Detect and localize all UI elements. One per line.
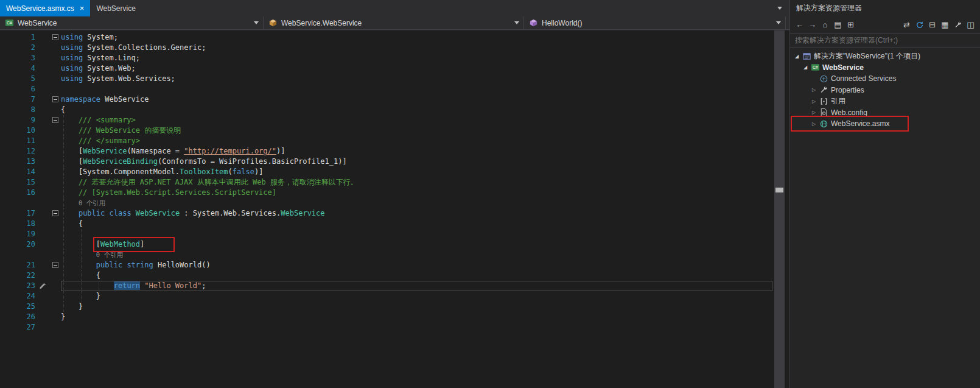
code-text[interactable]: namespace WebService — [61, 94, 772, 105]
tab-webservice-asmx-cs[interactable]: WebService.asmx.cs × — [0, 0, 90, 16]
fold-marker[interactable] — [52, 262, 58, 268]
gutter-margin[interactable] — [35, 312, 51, 322]
switch-views-icon[interactable]: ▤ — [831, 19, 844, 31]
gutter-margin[interactable] — [35, 239, 51, 250]
code-text[interactable]: [WebMethod] — [61, 239, 772, 250]
code-text[interactable]: 0 个引用 — [61, 198, 772, 208]
code-text[interactable]: /// <summary> — [61, 115, 772, 125]
gutter-margin[interactable] — [35, 94, 51, 105]
code-text[interactable]: // 若要允许使用 ASP.NET AJAX 从脚本中调用此 Web 服务，请取… — [61, 177, 772, 188]
codelens-references[interactable]: 0 个引用 — [79, 199, 105, 206]
project-dropdown[interactable]: C# WebService — [0, 16, 264, 29]
code-text[interactable]: [System.ComponentModel.ToolboxItem(false… — [61, 167, 772, 177]
code-text[interactable]: // [System.Web.Script.Services.ScriptSer… — [61, 188, 772, 198]
code-text[interactable]: [WebServiceBinding(ConformsTo = WsiProfi… — [61, 157, 772, 167]
code-text[interactable]: } — [61, 291, 772, 302]
gutter-margin[interactable] — [35, 115, 51, 125]
tree-item-properties[interactable]: ▷Properties — [790, 85, 980, 96]
code-token: class — [110, 209, 131, 217]
close-icon[interactable]: × — [80, 4, 85, 12]
code-text[interactable]: public class WebService : System.Web.Ser… — [61, 208, 772, 219]
properties-icon[interactable] — [951, 19, 964, 31]
editor-vertical-scrollbar[interactable] — [774, 30, 785, 388]
fold-marker[interactable] — [52, 96, 58, 102]
gutter-margin[interactable] — [35, 74, 51, 84]
gutter-margin[interactable] — [35, 291, 51, 302]
gutter-margin[interactable] — [35, 198, 51, 208]
collapsed-arrow-icon[interactable]: ▷ — [810, 110, 818, 115]
code-text[interactable]: { — [61, 219, 772, 229]
code-text[interactable]: } — [61, 302, 772, 312]
code-text[interactable]: /// WebService 的摘要说明 — [61, 125, 772, 136]
code-text[interactable]: } — [61, 312, 772, 322]
gutter-margin[interactable] — [35, 260, 51, 270]
gutter-margin[interactable] — [35, 322, 51, 333]
tree-item-project-webservice[interactable]: ◢C#WebService — [790, 62, 980, 74]
code-text[interactable]: using System.Web; — [61, 63, 772, 74]
gutter-margin[interactable] — [35, 250, 51, 260]
sync-with-active-document-icon[interactable]: ⇄ — [900, 19, 913, 31]
home-icon[interactable]: ⌂ — [819, 19, 831, 31]
code-text[interactable] — [61, 229, 772, 239]
code-text[interactable]: [WebService(Namespace = "http://tempuri.… — [61, 146, 772, 157]
show-all-files-icon[interactable]: ▦ — [939, 19, 951, 31]
expanded-arrow-icon[interactable]: ◢ — [793, 54, 801, 59]
gutter-margin[interactable] — [35, 219, 51, 229]
gutter-margin[interactable] — [35, 105, 51, 115]
tree-item-connected-services[interactable]: Connected Services — [790, 73, 980, 85]
gutter-margin[interactable] — [35, 136, 51, 146]
solution-search-input[interactable] — [790, 36, 980, 44]
code-text[interactable] — [61, 84, 772, 94]
gutter-margin[interactable] — [35, 302, 51, 312]
collapsed-arrow-icon[interactable]: ▷ — [810, 99, 818, 104]
code-text[interactable]: using System.Collections.Generic; — [61, 43, 772, 53]
expanded-arrow-icon[interactable]: ◢ — [801, 65, 810, 70]
gutter-margin[interactable] — [35, 177, 51, 188]
gutter-margin[interactable] — [35, 270, 51, 281]
gutter-margin[interactable] — [35, 229, 51, 239]
gutter-margin[interactable] — [35, 188, 51, 198]
gutter-margin[interactable] — [35, 32, 51, 43]
gutter-margin[interactable] — [35, 167, 51, 177]
fold-marker[interactable] — [52, 34, 58, 40]
gutter-margin[interactable] — [35, 63, 51, 74]
codelens-references[interactable]: 0 个引用 — [96, 251, 123, 258]
collapsed-arrow-icon[interactable]: ▷ — [810, 87, 818, 93]
member-dropdown[interactable]: HelloWorld() — [524, 16, 786, 29]
tree-item-web-config[interactable]: ▷Web.config — [790, 107, 980, 119]
back-icon[interactable]: ← — [793, 19, 806, 31]
code-token — [131, 209, 136, 217]
gutter-margin[interactable] — [35, 146, 51, 157]
current-code-line[interactable]: return "Hello World"; — [61, 281, 772, 291]
collapse-all-icon[interactable]: ⊟ — [926, 19, 939, 31]
code-text[interactable]: using System; — [61, 32, 772, 43]
gutter-margin[interactable] — [35, 281, 51, 291]
gutter-margin[interactable] — [35, 125, 51, 136]
code-text[interactable]: using System.Linq; — [61, 53, 772, 63]
code-text[interactable]: /// </summary> — [61, 136, 772, 146]
gutter-margin[interactable] — [35, 84, 51, 94]
code-text[interactable]: { — [61, 105, 772, 115]
fold-marker[interactable] — [52, 117, 58, 123]
code-text[interactable]: { — [61, 270, 772, 281]
gutter-margin[interactable] — [35, 157, 51, 167]
document-list-chevron-icon[interactable] — [777, 7, 782, 10]
gutter-margin[interactable] — [35, 53, 51, 63]
code-text[interactable]: using System.Web.Services; — [61, 74, 772, 84]
collapsed-arrow-icon[interactable]: ▷ — [810, 121, 818, 127]
gutter-margin[interactable] — [35, 208, 51, 219]
type-dropdown[interactable]: WebService.WebService — [264, 16, 524, 29]
forward-icon[interactable]: → — [806, 19, 819, 31]
code-text[interactable]: public string HelloWorld() — [61, 260, 772, 270]
tree-item-solution-node[interactable]: ◢解决方案"WebService"(1 个项目) — [790, 51, 980, 62]
new-item-icon[interactable]: ⊞ — [844, 19, 857, 31]
tree-item-references[interactable]: ▷引用 — [790, 96, 980, 107]
refresh-icon[interactable] — [913, 19, 926, 31]
tab-webservice[interactable]: WebService — [90, 0, 141, 16]
tree-item-webservice-asmx[interactable]: ▷WebService.asmx — [790, 118, 980, 130]
fold-marker[interactable] — [52, 210, 58, 216]
gutter-margin[interactable] — [35, 43, 51, 53]
code-text[interactable]: 0 个引用 — [61, 250, 772, 260]
code-text[interactable] — [61, 322, 772, 333]
preview-selected-items-icon[interactable]: ◫ — [964, 19, 977, 31]
